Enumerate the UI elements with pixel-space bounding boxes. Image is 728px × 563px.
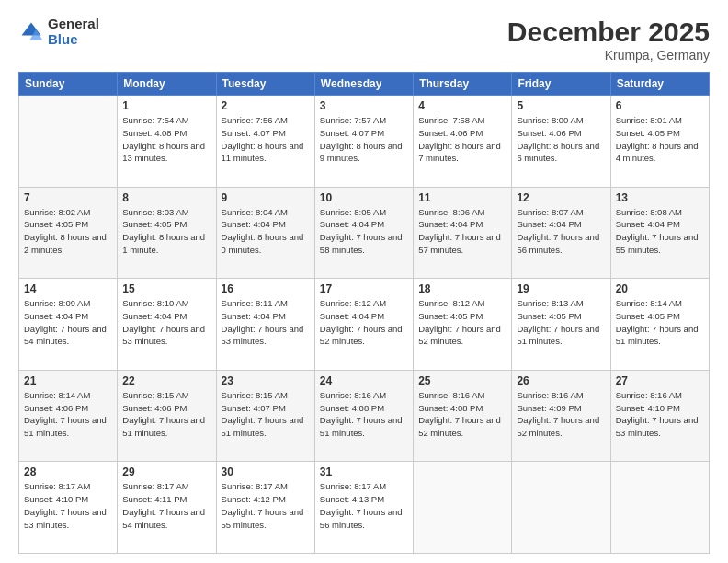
day-info: Sunrise: 8:16 AMSunset: 4:10 PMDaylight:… xyxy=(616,389,704,440)
calendar-cell: 28Sunrise: 8:17 AMSunset: 4:10 PMDayligh… xyxy=(19,462,118,554)
calendar-cell: 13Sunrise: 8:08 AMSunset: 4:04 PMDayligh… xyxy=(610,187,709,279)
day-info: Sunrise: 7:57 AMSunset: 4:07 PMDaylight:… xyxy=(320,114,408,165)
day-number: 20 xyxy=(616,282,704,295)
calendar-cell: 5Sunrise: 8:00 AMSunset: 4:06 PMDaylight… xyxy=(512,96,610,188)
calendar-cell: 22Sunrise: 8:15 AMSunset: 4:06 PMDayligh… xyxy=(118,370,216,462)
weekday-header: Thursday xyxy=(414,73,512,96)
day-info: Sunrise: 8:10 AMSunset: 4:04 PMDaylight:… xyxy=(122,297,210,348)
calendar-cell: 16Sunrise: 8:11 AMSunset: 4:04 PMDayligh… xyxy=(216,279,314,371)
day-info: Sunrise: 8:06 AMSunset: 4:04 PMDaylight:… xyxy=(418,206,506,257)
calendar-cell: 29Sunrise: 8:17 AMSunset: 4:11 PMDayligh… xyxy=(118,462,216,554)
calendar-cell xyxy=(19,96,118,188)
calendar-cell: 12Sunrise: 8:07 AMSunset: 4:04 PMDayligh… xyxy=(512,187,610,279)
day-number: 1 xyxy=(122,99,210,112)
calendar-cell xyxy=(610,462,709,554)
page: General Blue December 2025 Krumpa, Germa… xyxy=(0,0,728,563)
day-info: Sunrise: 8:11 AMSunset: 4:04 PMDaylight:… xyxy=(222,297,310,348)
day-number: 21 xyxy=(24,374,112,387)
day-number: 10 xyxy=(320,191,408,204)
calendar-cell: 21Sunrise: 8:14 AMSunset: 4:06 PMDayligh… xyxy=(19,370,118,462)
day-number: 9 xyxy=(222,191,310,204)
calendar-cell: 1Sunrise: 7:54 AMSunset: 4:08 PMDaylight… xyxy=(118,96,216,188)
location: Krumpa, Germany xyxy=(507,48,710,63)
day-info: Sunrise: 8:14 AMSunset: 4:05 PMDaylight:… xyxy=(616,297,704,348)
day-number: 28 xyxy=(24,465,112,478)
day-info: Sunrise: 8:12 AMSunset: 4:04 PMDaylight:… xyxy=(320,297,408,348)
day-number: 16 xyxy=(222,282,310,295)
day-number: 27 xyxy=(616,374,704,387)
weekday-header-row: SundayMondayTuesdayWednesdayThursdayFrid… xyxy=(19,73,710,96)
title-block: December 2025 Krumpa, Germany xyxy=(507,17,710,63)
calendar-cell: 7Sunrise: 8:02 AMSunset: 4:05 PMDaylight… xyxy=(19,187,118,279)
weekday-header: Wednesday xyxy=(314,73,413,96)
header: General Blue December 2025 Krumpa, Germa… xyxy=(18,17,710,63)
calendar-week-row: 14Sunrise: 8:09 AMSunset: 4:04 PMDayligh… xyxy=(19,279,710,371)
day-info: Sunrise: 8:17 AMSunset: 4:11 PMDaylight:… xyxy=(122,480,210,531)
day-info: Sunrise: 8:14 AMSunset: 4:06 PMDaylight:… xyxy=(24,389,112,440)
calendar-cell: 25Sunrise: 8:16 AMSunset: 4:08 PMDayligh… xyxy=(414,370,512,462)
day-info: Sunrise: 8:13 AMSunset: 4:05 PMDaylight:… xyxy=(517,297,605,348)
calendar-table: SundayMondayTuesdayWednesdayThursdayFrid… xyxy=(18,72,710,554)
day-info: Sunrise: 8:16 AMSunset: 4:08 PMDaylight:… xyxy=(418,389,506,440)
calendar-cell: 8Sunrise: 8:03 AMSunset: 4:05 PMDaylight… xyxy=(118,187,216,279)
day-info: Sunrise: 8:08 AMSunset: 4:04 PMDaylight:… xyxy=(616,206,704,257)
day-info: Sunrise: 7:58 AMSunset: 4:06 PMDaylight:… xyxy=(418,114,506,165)
day-info: Sunrise: 8:17 AMSunset: 4:10 PMDaylight:… xyxy=(24,480,112,531)
calendar-cell: 27Sunrise: 8:16 AMSunset: 4:10 PMDayligh… xyxy=(610,370,709,462)
calendar-cell: 11Sunrise: 8:06 AMSunset: 4:04 PMDayligh… xyxy=(414,187,512,279)
day-info: Sunrise: 8:02 AMSunset: 4:05 PMDaylight:… xyxy=(24,206,112,257)
day-number: 11 xyxy=(418,191,506,204)
logo-blue-text: Blue xyxy=(48,32,99,48)
day-number: 2 xyxy=(222,99,310,112)
calendar-cell: 23Sunrise: 8:15 AMSunset: 4:07 PMDayligh… xyxy=(216,370,314,462)
calendar-cell: 9Sunrise: 8:04 AMSunset: 4:04 PMDaylight… xyxy=(216,187,314,279)
day-number: 25 xyxy=(418,374,506,387)
day-info: Sunrise: 8:15 AMSunset: 4:07 PMDaylight:… xyxy=(222,389,310,440)
weekday-header: Saturday xyxy=(610,73,709,96)
day-number: 15 xyxy=(122,282,210,295)
calendar-cell: 19Sunrise: 8:13 AMSunset: 4:05 PMDayligh… xyxy=(512,279,610,371)
calendar-cell: 15Sunrise: 8:10 AMSunset: 4:04 PMDayligh… xyxy=(118,279,216,371)
day-info: Sunrise: 8:09 AMSunset: 4:04 PMDaylight:… xyxy=(24,297,112,348)
calendar-cell: 31Sunrise: 8:17 AMSunset: 4:13 PMDayligh… xyxy=(314,462,413,554)
day-number: 22 xyxy=(122,374,210,387)
weekday-header: Tuesday xyxy=(216,73,314,96)
day-info: Sunrise: 7:56 AMSunset: 4:07 PMDaylight:… xyxy=(222,114,310,165)
weekday-header: Friday xyxy=(512,73,610,96)
calendar-cell: 14Sunrise: 8:09 AMSunset: 4:04 PMDayligh… xyxy=(19,279,118,371)
calendar-cell: 17Sunrise: 8:12 AMSunset: 4:04 PMDayligh… xyxy=(314,279,413,371)
day-number: 7 xyxy=(24,191,112,204)
calendar-week-row: 28Sunrise: 8:17 AMSunset: 4:10 PMDayligh… xyxy=(19,462,710,554)
calendar-week-row: 7Sunrise: 8:02 AMSunset: 4:05 PMDaylight… xyxy=(19,187,710,279)
day-info: Sunrise: 8:07 AMSunset: 4:04 PMDaylight:… xyxy=(517,206,605,257)
logo-general-text: General xyxy=(48,17,99,32)
day-info: Sunrise: 7:54 AMSunset: 4:08 PMDaylight:… xyxy=(122,114,210,165)
day-info: Sunrise: 8:01 AMSunset: 4:05 PMDaylight:… xyxy=(616,114,704,165)
day-number: 4 xyxy=(418,99,506,112)
day-number: 19 xyxy=(517,282,605,295)
calendar-cell xyxy=(414,462,512,554)
day-number: 6 xyxy=(616,99,704,112)
calendar-cell: 6Sunrise: 8:01 AMSunset: 4:05 PMDaylight… xyxy=(610,96,709,188)
day-number: 30 xyxy=(222,465,310,478)
day-number: 18 xyxy=(418,282,506,295)
day-info: Sunrise: 8:15 AMSunset: 4:06 PMDaylight:… xyxy=(122,389,210,440)
day-number: 31 xyxy=(320,465,408,478)
calendar-week-row: 21Sunrise: 8:14 AMSunset: 4:06 PMDayligh… xyxy=(19,370,710,462)
day-number: 17 xyxy=(320,282,408,295)
logo-icon xyxy=(18,19,44,45)
calendar-cell: 26Sunrise: 8:16 AMSunset: 4:09 PMDayligh… xyxy=(512,370,610,462)
logo: General Blue xyxy=(18,17,99,47)
day-info: Sunrise: 8:17 AMSunset: 4:13 PMDaylight:… xyxy=(320,480,408,531)
calendar-cell: 18Sunrise: 8:12 AMSunset: 4:05 PMDayligh… xyxy=(414,279,512,371)
calendar-cell: 10Sunrise: 8:05 AMSunset: 4:04 PMDayligh… xyxy=(314,187,413,279)
day-info: Sunrise: 8:00 AMSunset: 4:06 PMDaylight:… xyxy=(517,114,605,165)
day-number: 29 xyxy=(122,465,210,478)
calendar-cell: 30Sunrise: 8:17 AMSunset: 4:12 PMDayligh… xyxy=(216,462,314,554)
calendar-cell: 2Sunrise: 7:56 AMSunset: 4:07 PMDaylight… xyxy=(216,96,314,188)
calendar-cell: 3Sunrise: 7:57 AMSunset: 4:07 PMDaylight… xyxy=(314,96,413,188)
day-number: 8 xyxy=(122,191,210,204)
day-info: Sunrise: 8:17 AMSunset: 4:12 PMDaylight:… xyxy=(222,480,310,531)
day-number: 13 xyxy=(616,191,704,204)
day-number: 14 xyxy=(24,282,112,295)
